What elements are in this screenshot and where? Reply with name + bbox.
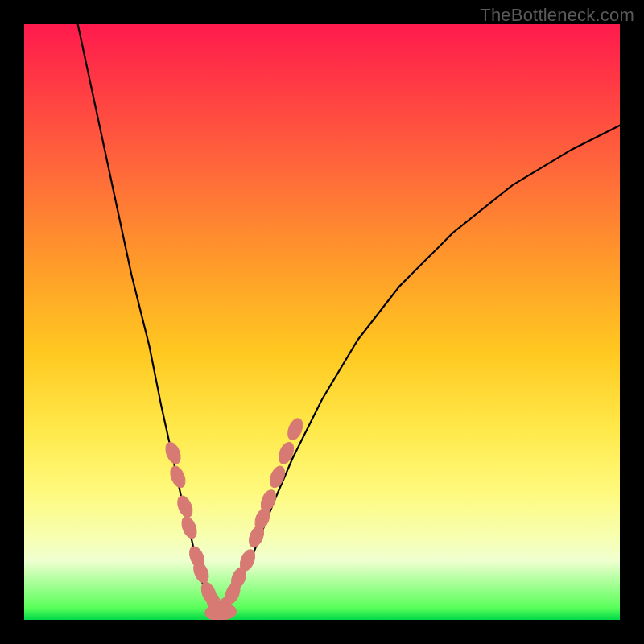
bead bbox=[217, 605, 237, 619]
bead bbox=[167, 464, 188, 489]
bead bbox=[179, 514, 199, 540]
right-curve bbox=[221, 126, 620, 614]
bead bbox=[163, 440, 183, 466]
watermark-text: TheBottleneck.com bbox=[480, 5, 634, 26]
plot-area bbox=[24, 24, 620, 620]
bead bbox=[276, 440, 296, 466]
bead-group bbox=[163, 416, 305, 620]
curve-layer bbox=[24, 24, 620, 620]
bead bbox=[175, 493, 195, 519]
left-curve bbox=[78, 24, 221, 614]
chart-frame: TheBottleneck.com bbox=[0, 0, 644, 644]
bead bbox=[267, 464, 287, 489]
